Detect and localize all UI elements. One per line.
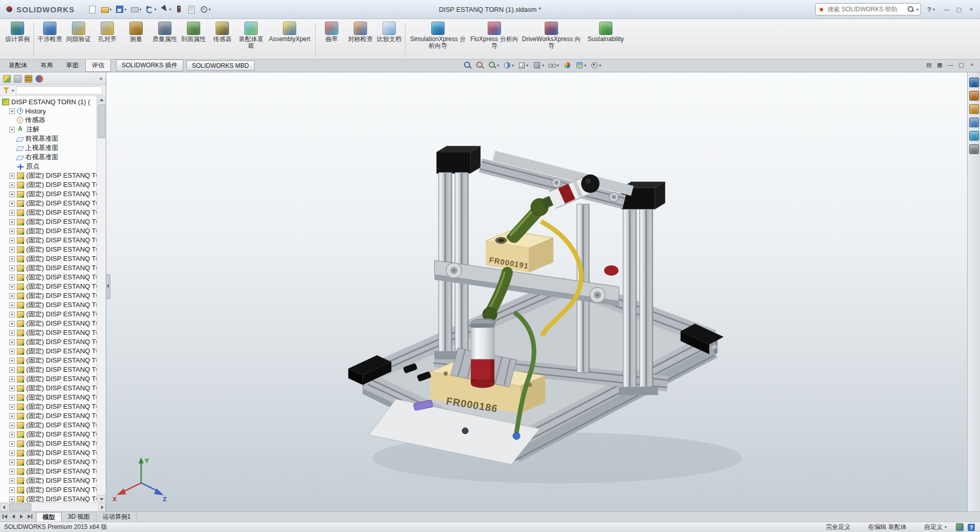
tree-item[interactable]: +(固定) DISP ESTANQ TO: [0, 476, 97, 485]
ribbon-tool-curvature[interactable]: 曲率: [317, 20, 346, 59]
tree-item[interactable]: +(固定) DISP ESTANQ TO: [0, 300, 97, 310]
file-explorer-button[interactable]: [969, 104, 979, 114]
options-button[interactable]: ▾: [198, 4, 212, 14]
ribbon-tool-assemblyxpert[interactable]: AssemblyXpert: [265, 20, 314, 59]
view-orientation-button[interactable]: ▾: [516, 60, 530, 70]
ribbon-tool-assembly-visualization[interactable]: 装配体直观: [237, 20, 265, 59]
graphics-viewport[interactable]: FR000191: [106, 72, 967, 511]
tab-sketch[interactable]: 草图: [60, 59, 85, 72]
expander-icon[interactable]: +: [9, 441, 15, 447]
expander-icon[interactable]: +: [9, 173, 15, 179]
tree-item[interactable]: +History: [0, 106, 97, 116]
tree-item[interactable]: +(固定) DISP ESTANQ TO: [0, 180, 97, 189]
previous-view-button[interactable]: ▾: [487, 60, 501, 70]
expander-icon[interactable]: +: [9, 460, 15, 465]
last-tab-button[interactable]: [26, 513, 34, 521]
design-library-button[interactable]: [969, 91, 979, 101]
expander-icon[interactable]: +: [9, 229, 15, 234]
base-frame[interactable]: [348, 282, 723, 465]
tree-item[interactable]: +(固定) DISP ESTANQ TO: [0, 226, 97, 236]
minimize-button[interactable]: —: [941, 4, 952, 14]
displaymanager-tab[interactable]: [35, 75, 43, 83]
expander-icon[interactable]: +: [9, 432, 15, 438]
scroll-up-arrow-icon[interactable]: [98, 96, 105, 103]
doc-restore-button[interactable]: ▢: [956, 61, 966, 69]
rebuild-button[interactable]: [174, 4, 185, 14]
featuremanager-tab[interactable]: [3, 75, 11, 83]
doc-close-button[interactable]: ×: [967, 61, 977, 69]
tab-solidworks-mbd[interactable]: SOLIDWORKS MBD: [186, 61, 255, 71]
status-editing-assembly[interactable]: 在编辑 装配体: [868, 523, 907, 531]
tree-item[interactable]: +(固定) DISP ESTANQ TO: [0, 467, 97, 476]
expander-icon[interactable]: +: [9, 358, 15, 364]
scroll-left-arrow-icon[interactable]: [0, 503, 8, 511]
tree-item[interactable]: +(固定) DISP ESTANQ TO: [0, 439, 97, 448]
ribbon-tool-hole-alignment[interactable]: 孔对齐: [93, 20, 122, 59]
horizontal-scrollbar-thumb[interactable]: [9, 503, 31, 511]
section-view-button[interactable]: ▾: [502, 60, 515, 70]
tree-item[interactable]: +(固定) DISP ESTANQ TO: [0, 402, 97, 411]
tree-item[interactable]: +(固定) DISP ESTANQ TO: [0, 411, 97, 421]
expander-icon[interactable]: +: [9, 469, 15, 474]
status-custom[interactable]: 自定义▾: [924, 523, 947, 531]
expander-icon[interactable]: +: [9, 487, 15, 493]
tree-item[interactable]: +(固定) DISP ESTANQ TO: [0, 189, 97, 199]
scroll-down-arrow-icon[interactable]: [98, 495, 105, 503]
panel-expand-chevron-icon[interactable]: [99, 75, 103, 82]
tab-model[interactable]: 模型: [36, 512, 62, 522]
model-canvas[interactable]: FR000191: [106, 72, 967, 511]
tree-item[interactable]: +(固定) DISP ESTANQ TO: [0, 208, 97, 217]
appearances-scenes-button[interactable]: [969, 131, 979, 141]
tab-assembly[interactable]: 装配体: [2, 59, 34, 72]
vertical-scrollbar-thumb[interactable]: [98, 104, 105, 138]
ribbon-tool-symmetry-check[interactable]: 对称检查: [346, 20, 375, 59]
display-style-button[interactable]: ▾: [531, 60, 546, 70]
ribbon-tool-simulationxpress[interactable]: SimulationXpress 分析向导: [407, 20, 469, 59]
doc-arrange-horizontal-button[interactable]: ▤: [924, 61, 934, 69]
expander-icon[interactable]: +: [9, 312, 15, 317]
help-button[interactable]: ?▾: [925, 6, 937, 13]
tree-item[interactable]: +(固定) DISP ESTANQ TO: [0, 495, 97, 502]
tab-3d-views[interactable]: 3D 视图: [62, 512, 97, 522]
first-tab-button[interactable]: [1, 513, 9, 521]
tree-item[interactable]: 原点: [0, 162, 97, 171]
expander-icon[interactable]: +: [9, 395, 15, 401]
tab-evaluate[interactable]: 评估: [85, 60, 111, 72]
tree-item[interactable]: +(固定) DISP ESTANQ TO: [0, 319, 97, 328]
tree-item[interactable]: +(固定) DISP ESTANQ TO: [0, 421, 97, 430]
tree-item[interactable]: 传感器: [0, 116, 97, 125]
solidworks-resources-button[interactable]: [969, 78, 979, 87]
tab-solidworks-addins[interactable]: SOLIDWORKS 插件: [116, 60, 183, 71]
mid-cylinder[interactable]: [471, 319, 494, 388]
search-dropdown-arrow-icon[interactable]: ▾: [916, 7, 918, 12]
save-button[interactable]: ▾: [114, 4, 128, 14]
rear-red-part[interactable]: [604, 265, 619, 276]
tree-item[interactable]: 前视基准面: [0, 134, 97, 143]
expander-icon[interactable]: +: [9, 497, 15, 502]
tree-item[interactable]: +(固定) DISP ESTANQ TO: [0, 254, 97, 263]
hide-show-items-button[interactable]: ▾: [547, 60, 561, 70]
tree-item[interactable]: +(固定) DISP ESTANQ TO: [0, 310, 97, 319]
expander-icon[interactable]: +: [9, 404, 15, 410]
ribbon-tool-design-study[interactable]: 设计算例: [3, 20, 32, 59]
tree-item[interactable]: +(固定) DISP ESTANQ TO: [0, 374, 97, 384]
tree-item[interactable]: 上视基准面: [0, 143, 97, 153]
expander-icon[interactable]: +: [9, 413, 15, 419]
expander-icon[interactable]: +: [9, 192, 15, 197]
expander-icon[interactable]: +: [9, 330, 15, 336]
ribbon-tool-floxpress[interactable]: FloXpress 分析向导: [469, 20, 520, 59]
expander-icon[interactable]: +: [9, 182, 15, 188]
expander-icon[interactable]: +: [9, 127, 15, 132]
print-button[interactable]: ▾: [129, 4, 143, 14]
tree-item[interactable]: +(固定) DISP ESTANQ TO: [0, 347, 97, 356]
expander-icon[interactable]: +: [9, 247, 15, 253]
expander-icon[interactable]: +: [9, 275, 15, 280]
edit-appearance-button[interactable]: [562, 60, 573, 70]
tab-motion-study-1[interactable]: 运动算例1: [97, 512, 138, 522]
scroll-right-arrow-icon[interactable]: [98, 503, 106, 511]
ribbon-tool-driveworksxpress[interactable]: DriveWorksXpress 向导: [520, 20, 583, 59]
expander-icon[interactable]: +: [9, 423, 15, 428]
tree-vertical-scrollbar[interactable]: [97, 96, 106, 503]
search-magnifier-icon[interactable]: [908, 6, 914, 12]
next-tab-button[interactable]: [17, 513, 26, 521]
